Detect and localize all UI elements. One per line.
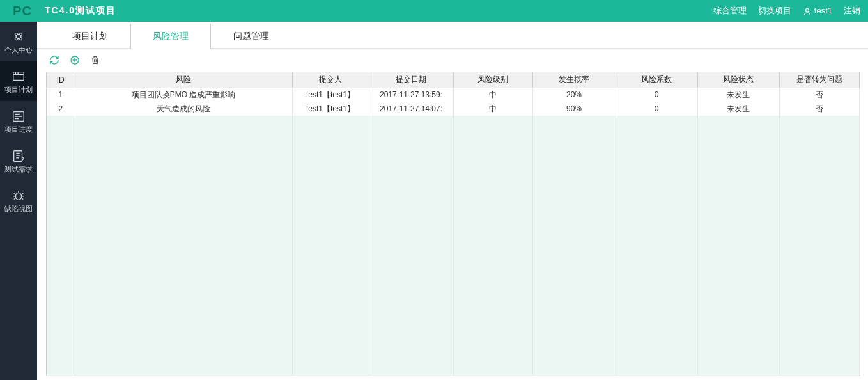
empty-row [47,327,860,341]
svg-rect-7 [14,150,22,161]
risk-table: ID 风险 提交人 提交日期 风险级别 发生概率 风险系数 风险状态 是否转为问… [47,72,860,376]
empty-row [47,299,860,313]
add-button[interactable] [69,54,81,66]
col-header-status[interactable]: 风险状态 [697,72,779,88]
svg-point-2 [20,33,22,35]
requirements-icon [12,149,26,163]
tab-issue-management[interactable]: 问题管理 [211,24,291,49]
cell-level: 中 [453,88,532,102]
switch-project-link[interactable]: 切换项目 [758,5,791,17]
delete-button[interactable] [89,54,101,66]
cell-convert: 否 [779,88,860,102]
progress-icon [12,109,26,123]
sidebar-item-defect-view[interactable]: 缺陷视图 [0,180,37,220]
empty-row [47,341,860,355]
sidebar-item-label: 项目计划 [4,86,33,93]
sidebar-item-project-progress[interactable]: 项目进度 [0,101,37,141]
cell-submitter: test1【test1】 [292,88,369,102]
app-logo: PC [8,4,37,19]
sidebar-item-label: 项目进度 [4,126,33,133]
empty-row [47,158,860,172]
empty-row [47,313,860,327]
empty-row [47,116,860,130]
empty-row [47,186,860,200]
main-content: 项目计划 风险管理 问题管理 ID 风险 提交人 提交日期 [37,22,868,380]
col-header-convert[interactable]: 是否转为问题 [779,72,860,88]
toolbar [37,49,868,72]
empty-row [47,214,860,228]
empty-row [47,257,860,271]
col-header-date[interactable]: 提交日期 [369,72,453,88]
cell-coefficient: 0 [616,102,697,116]
svg-rect-5 [13,72,24,80]
svg-point-0 [805,8,809,12]
defect-icon [12,189,26,203]
tab-project-plan[interactable]: 项目计划 [50,24,130,49]
sidebar-item-label: 测试需求 [4,166,33,173]
empty-row [47,242,860,257]
tabs: 项目计划 风险管理 问题管理 [37,22,868,49]
sidebar-item-test-requirements[interactable]: 测试需求 [0,141,37,180]
cell-coefficient: 0 [616,88,697,102]
svg-point-8 [15,193,21,200]
empty-row [47,271,860,285]
col-header-coefficient[interactable]: 风险系数 [616,72,697,88]
svg-point-1 [15,33,18,35]
username-label: test1 [814,6,832,15]
sidebar-item-label: 缺陷视图 [4,205,33,212]
col-header-probability[interactable]: 发生概率 [532,72,616,88]
empty-row [47,172,860,186]
sidebar-item-label: 个人中心 [4,47,33,54]
sidebar-item-project-plan[interactable]: 项目计划 [0,61,37,101]
table-header-row: ID 风险 提交人 提交日期 风险级别 发生概率 风险系数 风险状态 是否转为问… [47,72,860,88]
svg-point-3 [15,37,18,40]
cell-level: 中 [453,102,532,116]
cell-submit_date: 2017-11-27 13:59: [369,88,453,102]
cell-probability: 90% [532,102,616,116]
profile-icon [12,30,26,44]
empty-row [47,369,860,376]
cell-status: 未发生 [697,88,779,102]
risk-table-container: ID 风险 提交人 提交日期 风险级别 发生概率 风险系数 风险状态 是否转为问… [46,72,860,376]
empty-row [47,355,860,369]
empty-row [47,130,860,144]
refresh-button[interactable] [49,54,60,66]
cell-probability: 20% [532,88,616,102]
empty-row [47,285,860,299]
col-header-submitter[interactable]: 提交人 [292,72,369,88]
project-plan-icon [12,70,26,84]
header-bar: PC TC4.0测试项目 综合管理 切换项目 test1 注销 [0,0,868,22]
empty-row [47,200,860,214]
col-header-level[interactable]: 风险级别 [453,72,532,88]
project-title: TC4.0测试项目 [45,5,116,17]
sidebar-item-profile[interactable]: 个人中心 [0,22,37,61]
cell-risk: 天气造成的风险 [75,102,292,116]
cell-submit_date: 2017-11-27 14:07: [369,102,453,116]
svg-point-4 [20,37,22,40]
sidebar: 个人中心 项目计划 项目进度 测试需求 缺陷视图 [0,22,37,380]
cell-submitter: test1【test1】 [292,102,369,116]
empty-row [47,228,860,242]
manage-link[interactable]: 综合管理 [713,5,747,17]
col-header-risk[interactable]: 风险 [75,72,292,88]
cell-risk: 项目团队换PMO 造成严重影响 [75,88,292,102]
table-row[interactable]: 1项目团队换PMO 造成严重影响test1【test1】2017-11-27 1… [47,88,860,102]
user-icon [803,7,812,16]
tab-risk-management[interactable]: 风险管理 [130,24,211,49]
cell-id: 2 [47,102,75,116]
cell-id: 1 [47,88,75,102]
logout-link[interactable]: 注销 [844,5,860,17]
col-header-id[interactable]: ID [47,72,75,88]
user-link[interactable]: test1 [803,6,832,16]
empty-row [47,144,860,158]
cell-status: 未发生 [697,102,779,116]
table-row[interactable]: 2天气造成的风险test1【test1】2017-11-27 14:07:中90… [47,102,860,116]
cell-convert: 否 [779,102,860,116]
